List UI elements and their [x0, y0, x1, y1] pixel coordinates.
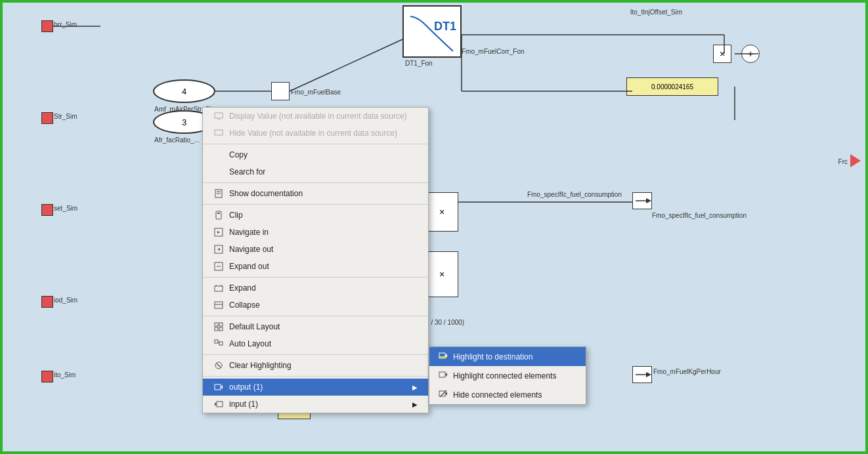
sum-symbol: + [748, 49, 753, 59]
menu-navigate-in[interactable]: Navigate in [203, 224, 428, 241]
port-iod-sim[interactable]: iod_Sim [41, 296, 53, 308]
svg-line-43 [217, 363, 221, 367]
clear-highlight-label: Clear Highlighting [229, 361, 292, 370]
auto-layout-icon [213, 339, 224, 349]
mult-block-1[interactable]: × [425, 192, 458, 232]
expand-out-label: Expand out [229, 262, 269, 271]
doc-icon [213, 188, 224, 199]
show-doc-label: Show documentation [229, 189, 303, 198]
menu-expand[interactable]: Expand [203, 279, 428, 297]
svg-marker-27 [217, 248, 220, 251]
port-str-sim-label: Str_Sim [54, 113, 77, 120]
sfc-out-label: Fmo_specIfIc_fuel_consumption [652, 212, 747, 219]
hide-icon [213, 128, 224, 138]
mult-block-top[interactable]: × [713, 45, 731, 63]
fuelkg-out-block[interactable] [632, 366, 652, 383]
menu-display-value[interactable]: Display Value (not available in current … [203, 108, 428, 125]
sfc-out-block[interactable] [632, 192, 652, 209]
mult-symbol-2: × [439, 269, 445, 279]
port-str-sim[interactable]: Str_Sim [41, 112, 53, 124]
svg-marker-25 [217, 231, 220, 234]
highlight-conn-icon [439, 370, 448, 381]
menu-default-layout[interactable]: Default Layout [203, 318, 428, 335]
dt1-sublabel: Fmo_mFuelCorr_Fon [462, 48, 525, 55]
menu-input[interactable]: input (1) ▶ [203, 396, 428, 413]
port-ito-sim-label: ito_Sim [54, 371, 76, 379]
divider-7 [203, 376, 428, 377]
svg-rect-48 [439, 353, 445, 358]
menu-hide-value[interactable]: Hide Value (not available in current dat… [203, 125, 428, 142]
port-frc-right[interactable] [850, 154, 861, 167]
sfc-label: Fmo_specIfIc_fuel_consumption [527, 191, 622, 198]
expand-icon [213, 283, 224, 293]
menu-copy[interactable]: Copy [203, 146, 428, 163]
divider-4 [203, 277, 428, 278]
divider-6 [203, 354, 428, 355]
menu-clear-highlight[interactable]: Clear Highlighting [203, 357, 428, 374]
ito-offset-label: Ito_tInjOffset_Sim [630, 9, 682, 16]
svg-rect-44 [215, 384, 221, 390]
svg-rect-40 [219, 342, 223, 345]
const-float-value: 0.0000024165 [651, 83, 693, 91]
highlight-dest-label: Highlight to destination [453, 352, 532, 361]
expand-out-icon [213, 261, 224, 272]
svg-rect-22 [216, 211, 221, 219]
port-brr-sim-label: brr_Sim [54, 21, 77, 28]
port-set-sim-label: set_Sim [54, 205, 77, 212]
const-4-value: 4 [182, 87, 186, 96]
const-3-value: 3 [182, 117, 186, 127]
display-value-label: Display Value (not available in current … [229, 112, 407, 121]
nav-in-icon [213, 227, 224, 237]
submenu-highlight-connected[interactable]: Highlight connected elements [429, 366, 586, 385]
svg-rect-39 [215, 340, 218, 343]
display-icon [213, 111, 224, 121]
output-label: output (1) [229, 382, 263, 392]
port-set-sim[interactable]: set_Sim [41, 204, 53, 216]
hide-conn-icon [439, 389, 448, 400]
clip-label: Clip [229, 211, 243, 220]
menu-navigate-out[interactable]: Navigate out [203, 241, 428, 258]
port-iod-sim-label: iod_Sim [54, 297, 77, 304]
menu-expand-out[interactable]: Expand out [203, 258, 428, 275]
menu-auto-layout[interactable]: Auto Layout [203, 335, 428, 352]
menu-collapse[interactable]: Collapse [203, 297, 428, 314]
sum-block-top[interactable]: + [741, 45, 760, 63]
context-menu: Display Value (not available in current … [202, 107, 429, 413]
menu-output[interactable]: output (1) ▶ [203, 379, 428, 396]
svg-rect-46 [217, 402, 223, 407]
input-arrow: ▶ [412, 401, 418, 408]
dt1-block[interactable]: DT1 [402, 5, 462, 58]
mult-block-2[interactable]: × [425, 251, 458, 297]
submenu-highlight-dest[interactable]: Highlight to destination [429, 347, 586, 366]
svg-rect-36 [219, 323, 223, 326]
relay-block[interactable] [271, 82, 290, 100]
const-float-block[interactable]: 0.0000024165 [626, 77, 718, 96]
clip-icon [213, 210, 224, 220]
menu-clip[interactable]: Clip [203, 207, 428, 224]
layout-icon [213, 321, 224, 332]
input-label: input (1) [229, 400, 258, 409]
mult-symbol-1: × [439, 207, 445, 217]
divider-2 [203, 182, 428, 183]
svg-line-6 [290, 39, 402, 91]
fuelbase-label: Fmo_mFuelBase [291, 89, 341, 96]
svg-rect-23 [217, 213, 220, 214]
port-brr-sim[interactable]: brr_Sim [41, 20, 53, 32]
mult-symbol-top: × [720, 49, 725, 59]
menu-search-for[interactable]: Search for [203, 163, 428, 180]
submenu-hide-connected[interactable]: Hide connected elements [429, 385, 586, 404]
dt1-block-label: DT1_Fon [405, 60, 433, 67]
expand-label: Expand [229, 283, 256, 293]
output-arrow: ▶ [412, 384, 418, 391]
svg-marker-3 [646, 372, 651, 377]
highlight-connected-label: Highlight connected elements [453, 371, 556, 381]
const-4-block[interactable]: 4 [153, 79, 215, 103]
copy-icon [213, 150, 224, 160]
highlight-dest-icon [439, 351, 448, 362]
hide-connected-label: Hide connected elements [453, 390, 542, 400]
menu-show-doc[interactable]: Show documentation [203, 185, 428, 202]
svg-rect-38 [219, 327, 223, 331]
auto-layout-label: Auto Layout [229, 339, 271, 348]
port-ito-sim[interactable]: ito_Sim [41, 371, 53, 382]
default-layout-label: Default Layout [229, 322, 280, 331]
